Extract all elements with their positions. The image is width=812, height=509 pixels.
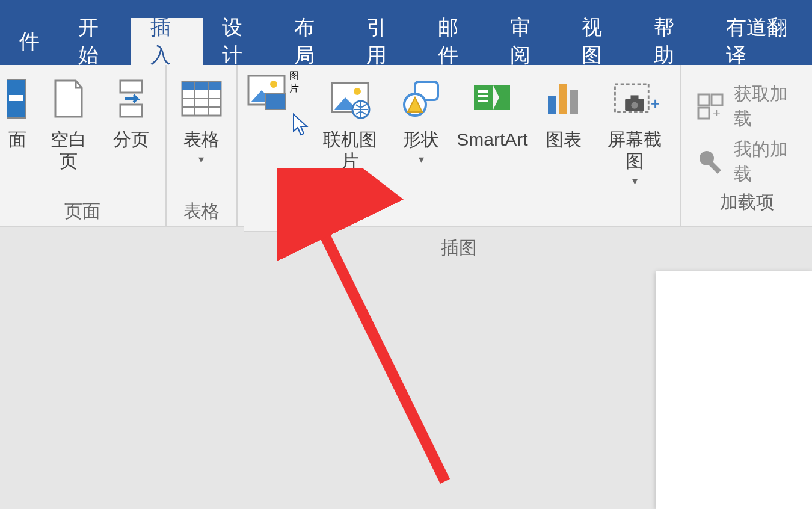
tab-mailings[interactable]: 邮件 xyxy=(419,18,491,65)
svg-point-14 xyxy=(354,88,361,95)
shapes-label: 形状 xyxy=(403,129,439,150)
svg-rect-23 xyxy=(559,84,567,114)
svg-rect-12 xyxy=(265,94,286,110)
document-page[interactable] xyxy=(656,271,812,509)
shapes-icon xyxy=(397,72,445,125)
screenshot-icon: + xyxy=(611,72,659,125)
svg-rect-21 xyxy=(478,100,488,102)
ribbon-group-tables: 表格 ▾ 表格 xyxy=(167,65,238,226)
ribbon-group-addins: + 获取加载 我的加载 加载项 xyxy=(681,65,812,226)
ribbon-tabs: 件 开始 插入 设计 布局 引用 邮件 审阅 视图 帮助 有道翻译 xyxy=(0,18,812,65)
cover-page-button[interactable]: 面 xyxy=(6,70,34,153)
smartart-button[interactable]: SmartArt xyxy=(453,70,532,153)
picture-button[interactable]: 图片 xyxy=(244,70,307,232)
svg-rect-24 xyxy=(570,90,578,114)
svg-rect-19 xyxy=(478,90,488,93)
svg-point-27 xyxy=(632,102,638,109)
ribbon-group-illustrations: 图片 联机图片 形状 ▾ SmartArt xyxy=(238,65,682,226)
my-addins-icon xyxy=(695,146,725,177)
chevron-down-icon: ▾ xyxy=(632,174,638,188)
illustrations-group-label: 插图 xyxy=(244,232,675,261)
svg-rect-28 xyxy=(631,95,639,99)
ribbon: 面 空白页 分页 页面 表格 xyxy=(0,65,812,227)
svg-rect-32 xyxy=(698,108,709,119)
tab-file[interactable]: 件 xyxy=(0,18,59,65)
my-addins-label: 我的加载 xyxy=(734,137,804,187)
tab-design[interactable]: 设计 xyxy=(203,18,275,65)
addins-group-label: 加载项 xyxy=(687,187,806,215)
online-picture-button[interactable]: 联机图片 xyxy=(310,70,390,174)
tab-youdao[interactable]: 有道翻译 xyxy=(707,18,812,65)
svg-rect-30 xyxy=(698,94,709,105)
get-addins-button[interactable]: + 获取加载 xyxy=(695,82,804,131)
svg-rect-3 xyxy=(120,105,142,117)
svg-rect-20 xyxy=(478,95,488,97)
tab-references[interactable]: 引用 xyxy=(347,18,419,65)
svg-rect-2 xyxy=(120,81,142,93)
page-break-label: 分页 xyxy=(113,129,149,150)
table-label: 表格 xyxy=(183,129,220,150)
chart-button[interactable]: 图表 xyxy=(535,70,591,153)
table-icon xyxy=(177,72,226,125)
shapes-button[interactable]: 形状 ▾ xyxy=(393,70,449,168)
picture-label: 图片 xyxy=(289,70,307,231)
chevron-down-icon: ▾ xyxy=(198,153,204,166)
store-icon: + xyxy=(695,91,725,122)
screenshot-label: 屏幕截图 xyxy=(600,129,669,172)
my-addins-button[interactable]: 我的加载 xyxy=(695,137,804,187)
svg-text:+: + xyxy=(651,94,659,113)
tab-review[interactable]: 审阅 xyxy=(491,18,563,65)
titlebar xyxy=(0,0,812,18)
tab-insert[interactable]: 插入 xyxy=(131,18,203,65)
ribbon-group-pages: 面 空白页 分页 页面 xyxy=(0,65,167,226)
svg-rect-22 xyxy=(548,96,556,114)
svg-rect-1 xyxy=(9,95,23,101)
screenshot-button[interactable]: + 屏幕截图 ▾ xyxy=(595,70,674,190)
pages-group-label: 页面 xyxy=(6,196,159,224)
tables-group-label: 表格 xyxy=(173,196,230,224)
svg-text:+: + xyxy=(713,105,721,120)
picture-icon xyxy=(244,70,289,231)
online-picture-label: 联机图片 xyxy=(315,129,385,172)
table-button[interactable]: 表格 ▾ xyxy=(173,70,230,168)
page-break-button[interactable]: 分页 xyxy=(103,70,159,153)
chart-icon xyxy=(540,72,588,125)
tab-view[interactable]: 视图 xyxy=(562,18,635,65)
svg-rect-5 xyxy=(182,82,221,90)
get-addins-label: 获取加载 xyxy=(734,82,804,131)
smartart-icon xyxy=(468,72,516,125)
blank-page-label: 空白页 xyxy=(43,129,95,172)
cover-page-icon xyxy=(5,72,29,125)
blank-page-icon xyxy=(45,72,93,125)
svg-point-11 xyxy=(270,81,277,88)
tab-layout[interactable]: 布局 xyxy=(275,18,347,65)
tab-home[interactable]: 开始 xyxy=(59,18,131,65)
online-picture-icon xyxy=(326,72,374,125)
chevron-down-icon: ▾ xyxy=(419,153,424,166)
page-break-icon xyxy=(107,72,155,125)
tab-help[interactable]: 帮助 xyxy=(635,18,707,65)
cover-page-label: 面 xyxy=(8,129,26,150)
blank-page-button[interactable]: 空白页 xyxy=(38,70,100,174)
chart-label: 图表 xyxy=(546,129,582,150)
smartart-label: SmartArt xyxy=(457,129,527,150)
svg-rect-31 xyxy=(712,94,722,105)
